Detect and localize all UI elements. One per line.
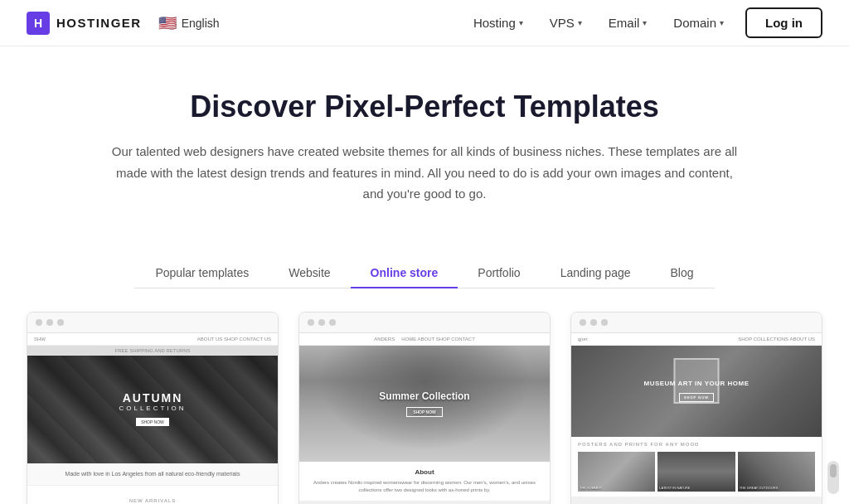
nav-domain[interactable]: Domain ▾ (662, 9, 735, 36)
tab-blog[interactable]: Blog (651, 258, 714, 288)
thumb-outdoors: THE GREAT OUTDOORS (738, 452, 815, 492)
scrollbar[interactable] (827, 461, 839, 494)
browser-dot-green (57, 319, 64, 326)
thumb3-label: THE GREAT OUTDOORS (740, 486, 813, 490)
card2-brand: ANDERS (374, 337, 395, 342)
browser-dot-red (308, 319, 314, 326)
nav-email[interactable]: Email ▾ (597, 9, 659, 36)
card2-hero-btn: SHOP NOW (406, 407, 443, 417)
browser-bar (27, 313, 278, 333)
chevron-down-icon: ▾ (578, 18, 582, 27)
browser-bar (571, 313, 822, 333)
logo-icon: H (27, 12, 50, 35)
nav-vps-label: VPS (550, 16, 575, 30)
card1-body-text: Made with love in Los Angeles from all n… (34, 470, 271, 479)
nav-hosting[interactable]: Hosting ▾ (462, 9, 535, 36)
card3-hero-image: MUSEUM ART IN YOUR HOME SHOP NOW (571, 346, 822, 437)
card1-body: Made with love in Los Angeles from all n… (27, 463, 278, 486)
mini-nav-museum: gjort SHOP COLLECTIONS ABOUT US (571, 333, 822, 346)
thumb-summer: THE SUMMER (578, 452, 655, 492)
nav-email-label: Email (609, 16, 640, 30)
browser-dot-yellow (590, 319, 597, 326)
card1-footer-text: NEW ARRIVALS (129, 498, 177, 503)
tab-popular-templates[interactable]: Popular templates (135, 258, 269, 288)
chevron-down-icon: ▾ (643, 18, 647, 27)
header: H HOSTINGER 🇺🇸 English Hosting ▾ VPS ▾ E… (0, 0, 849, 46)
login-button[interactable]: Log in (745, 7, 822, 38)
card2-hero-image: Summer Collection SHOP NOW (299, 346, 550, 462)
template-card-museum[interactable]: gjort SHOP COLLECTIONS ABOUT US MUSEUM A… (570, 312, 822, 505)
card3-hero-btn: SHOP NOW (679, 393, 714, 402)
card2-nav-items: HOME ABOUT SHOP CONTACT (401, 337, 475, 342)
tabs-container: Popular templates Website Online store P… (134, 258, 715, 288)
browser-dot-yellow (318, 319, 325, 326)
hero-title: Discover Pixel-Perfect Templates (35, 90, 814, 124)
logo[interactable]: H HOSTINGER (27, 12, 142, 35)
card1-footer: NEW ARRIVALS (27, 485, 278, 504)
chevron-down-icon: ▾ (519, 18, 523, 27)
card2-about-text: Anders creates Nordic-inspired womenswea… (306, 479, 543, 494)
mini-nav-summer: ANDERS HOME ABOUT SHOP CONTACT (299, 333, 550, 346)
template-preview-summer: ANDERS HOME ABOUT SHOP CONTACT Summer Co… (299, 333, 550, 505)
card1-brand: SHW (34, 337, 46, 342)
card3-hero-text: MUSEUM ART IN YOUR HOME SHOP NOW (643, 380, 749, 402)
browser-bar (299, 313, 550, 333)
browser-dot-green (329, 319, 336, 326)
logo-text: HOSTINGER (56, 16, 142, 30)
template-card-autumn[interactable]: SHW ABOUT US SHOP CONTACT US FREE SHIPPI… (27, 312, 279, 505)
card3-mood-text: POSTERS AND PRINTS FOR ANY MOOD (578, 442, 815, 447)
card1-hero-subtitle: COLLECTION (119, 405, 186, 412)
tab-landing-page[interactable]: Landing page (541, 258, 651, 288)
card1-banner: FREE SHIPPING AND RETURNS (27, 346, 278, 356)
tab-website[interactable]: Website (269, 258, 350, 288)
card1-hero-btn: SHOP NOW (136, 418, 169, 426)
main-nav: Hosting ▾ VPS ▾ Email ▾ Domain ▾ Log in (462, 7, 822, 38)
browser-dot-green (601, 319, 608, 326)
scroll-thumb (830, 464, 837, 477)
card1-hero-text: AUTUMN COLLECTION SHOP NOW (119, 391, 186, 427)
tab-portfolio[interactable]: Portfolio (458, 258, 540, 288)
header-left: H HOSTINGER 🇺🇸 English (27, 12, 220, 35)
card2-hero-text: Summer Collection SHOP NOW (379, 390, 469, 417)
card2-body: About Anders creates Nordic-inspired wom… (299, 462, 550, 501)
tab-online-store[interactable]: Online store (351, 258, 458, 288)
thumb1-label: THE SUMMER (580, 486, 653, 490)
nav-domain-label: Domain (673, 16, 716, 30)
mini-nav-autumn: SHW ABOUT US SHOP CONTACT US (27, 333, 278, 346)
lang-selector[interactable]: 🇺🇸 English (158, 14, 220, 32)
card3-brand: gjort (578, 337, 588, 342)
card1-hero-title: AUTUMN (119, 391, 186, 405)
card2-hero-title: Summer Collection (379, 390, 469, 402)
hero-description: Our talented web designers have created … (109, 141, 740, 205)
browser-dot-red (36, 319, 42, 326)
card3-body: POSTERS AND PRINTS FOR ANY MOOD THE SUMM… (571, 437, 822, 497)
browser-dot-red (580, 319, 586, 326)
chevron-down-icon: ▾ (720, 18, 724, 27)
card1-nav-items: ABOUT US SHOP CONTACT US (197, 337, 271, 342)
hero-section: Discover Pixel-Perfect Templates Our tal… (18, 46, 831, 231)
templates-grid: SHW ABOUT US SHOP CONTACT US FREE SHIPPI… (0, 312, 849, 505)
card3-nav-items: SHOP COLLECTIONS ABOUT US (738, 337, 815, 342)
card1-hero-image: AUTUMN COLLECTION SHOP NOW (27, 356, 278, 463)
browser-dot-yellow (46, 319, 53, 326)
thumb2-label: LATEST IN NATURE (659, 486, 733, 490)
card3-hero-title: MUSEUM ART IN YOUR HOME (643, 380, 749, 387)
template-preview-autumn: SHW ABOUT US SHOP CONTACT US FREE SHIPPI… (27, 333, 278, 505)
thumb-nature: LATEST IN NATURE (657, 452, 735, 492)
nav-vps[interactable]: VPS ▾ (538, 9, 594, 36)
lang-label: English (182, 17, 220, 30)
template-card-summer[interactable]: ANDERS HOME ABOUT SHOP CONTACT Summer Co… (298, 312, 551, 505)
card3-thumbnails: THE SUMMER LATEST IN NATURE THE GREAT OU… (578, 452, 815, 492)
flag-icon: 🇺🇸 (158, 14, 177, 32)
nav-hosting-label: Hosting (473, 16, 516, 30)
template-preview-museum: gjort SHOP COLLECTIONS ABOUT US MUSEUM A… (571, 333, 822, 505)
card2-about-heading: About (306, 468, 543, 476)
